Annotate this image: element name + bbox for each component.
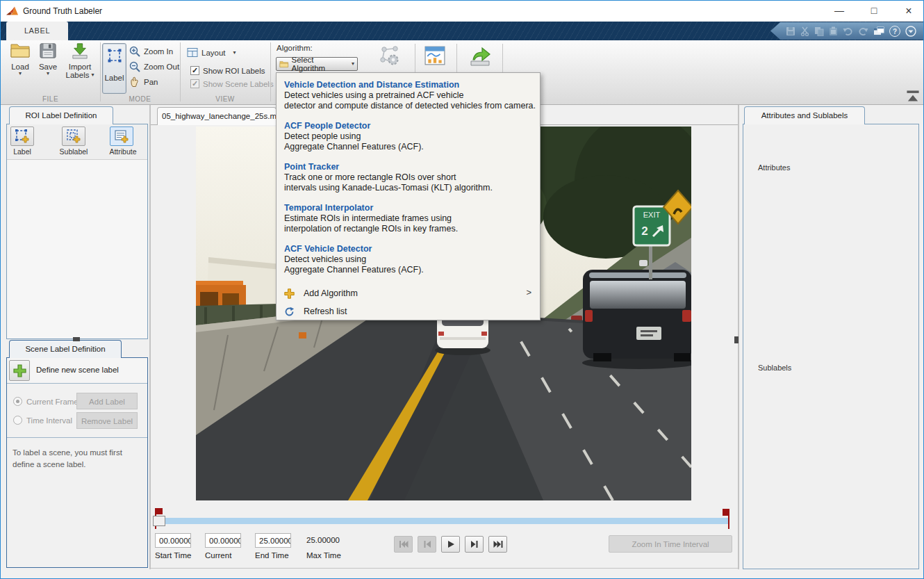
scene-panel-divider bbox=[7, 437, 147, 438]
timeline-scrubber-thumb[interactable] bbox=[153, 516, 165, 526]
define-scene-label-button[interactable] bbox=[9, 360, 30, 381]
roi-attribute-button-label: Attribute bbox=[105, 147, 141, 156]
import-label-line2: Labels bbox=[66, 71, 90, 79]
layout-caret-icon: ▾ bbox=[233, 50, 236, 56]
qa-redo-icon[interactable] bbox=[858, 26, 868, 36]
qa-paste-icon[interactable] bbox=[829, 26, 838, 36]
select-algorithm-caret-icon: ▾ bbox=[352, 61, 354, 67]
start-flag-icon[interactable] bbox=[156, 508, 163, 514]
qa-more-menu-icon[interactable] bbox=[905, 26, 916, 37]
checkbox-checked-disabled-icon: ✓ bbox=[190, 79, 199, 88]
zoom-in-label: Zoom In bbox=[144, 47, 173, 56]
tab-video-file[interactable]: 05_highway_lanechange_25s.m bbox=[157, 107, 277, 125]
add-sublabel-definition-button[interactable] bbox=[62, 127, 85, 146]
tab-roi-label-definition[interactable]: ROI Label Definition bbox=[9, 106, 113, 124]
quick-access-toolbar: ? bbox=[770, 22, 924, 40]
menu-item-temporal-interpolator[interactable]: Temporal Interpolator Estimate ROIs in i… bbox=[284, 202, 540, 234]
save-button[interactable]: Save ▾ bbox=[35, 42, 60, 76]
menu-item-title: ACF People Detector bbox=[284, 120, 540, 131]
previous-frame-button bbox=[418, 536, 436, 553]
roi-sublabel-button-label: Sublabel bbox=[57, 147, 90, 156]
roi-label-mode-icon bbox=[108, 49, 122, 63]
right-splitter-handle[interactable] bbox=[734, 336, 739, 343]
zoom-in-button[interactable]: Zoom In bbox=[129, 46, 173, 57]
tab-attributes-and-sublabels[interactable]: Attributes and Sublabels bbox=[744, 106, 865, 124]
add-label-button: Add Label bbox=[76, 393, 138, 409]
left-splitter[interactable] bbox=[149, 105, 151, 569]
step-back-icon bbox=[422, 540, 432, 548]
show-roi-labels-checkbox[interactable]: ✓ Show ROI Labels bbox=[190, 66, 265, 75]
current-time-input[interactable] bbox=[205, 533, 241, 548]
import-icon bbox=[70, 42, 90, 59]
menu-item-desc: Aggregate Channel Features (ACF). bbox=[284, 142, 540, 152]
automate-algorithm-icon bbox=[377, 44, 401, 67]
zoom-in-icon bbox=[129, 46, 140, 57]
menu-item-point-tracker[interactable]: Point Tracker Track one or more rectangl… bbox=[284, 161, 540, 193]
select-algorithm-menu: Vehicle Detection and Distance Estimatio… bbox=[276, 72, 541, 320]
menu-item-refresh-list[interactable]: Refresh list bbox=[284, 302, 540, 320]
skip-to-end-icon bbox=[493, 540, 503, 548]
next-frame-button[interactable] bbox=[465, 536, 484, 553]
roi-label-definition-panel: Label Sublabel Attribute bbox=[6, 124, 148, 339]
load-button[interactable]: Load ▾ bbox=[6, 42, 34, 76]
play-button[interactable] bbox=[441, 536, 460, 553]
timeline-track[interactable] bbox=[165, 518, 729, 524]
last-frame-button[interactable] bbox=[488, 536, 507, 553]
current-frame-radio bbox=[13, 397, 22, 406]
qa-help-icon[interactable]: ? bbox=[889, 26, 900, 37]
folder-icon bbox=[10, 42, 31, 59]
step-forward-icon bbox=[470, 540, 479, 548]
qa-window-layout-icon[interactable] bbox=[873, 26, 884, 36]
end-time-label: End Time bbox=[255, 551, 289, 560]
tab-scene-label-definition[interactable]: Scene Label Definition bbox=[9, 340, 122, 358]
qa-cut-icon[interactable] bbox=[800, 26, 809, 36]
add-label-definition-button[interactable] bbox=[10, 127, 34, 146]
left-splitter-handle[interactable] bbox=[73, 337, 80, 341]
timeline-bottom-line bbox=[151, 568, 738, 569]
start-time-input[interactable] bbox=[155, 533, 191, 548]
menu-item-vehicle-detection[interactable]: Vehicle Detection and Distance Estimatio… bbox=[284, 79, 540, 111]
layout-button[interactable]: Layout ▾ bbox=[187, 47, 236, 58]
exit-sign-word: EXIT bbox=[643, 211, 661, 219]
select-algorithm-dropdown[interactable]: Select Algorithm ▾ bbox=[276, 57, 358, 71]
add-attribute-definition-button[interactable] bbox=[110, 127, 133, 146]
sublabels-groupbox-legend: Sublabels bbox=[755, 364, 794, 372]
add-attribute-icon bbox=[114, 129, 129, 144]
view-label-summary-icon[interactable] bbox=[424, 46, 445, 65]
pan-hand-icon bbox=[129, 76, 140, 88]
zoom-out-button[interactable]: Zoom Out bbox=[129, 61, 179, 72]
minimize-ribbon-icon[interactable] bbox=[904, 90, 922, 104]
import-labels-button[interactable]: Import Labels ▾ bbox=[62, 42, 98, 79]
menu-item-desc: Estimate ROIs in intermediate frames usi… bbox=[284, 213, 540, 224]
menu-item-acf-people-detector[interactable]: ACF People Detector Detect people using … bbox=[284, 120, 540, 152]
algorithm-caption: Algorithm: bbox=[277, 44, 313, 52]
pan-button[interactable]: Pan bbox=[129, 76, 158, 88]
zoom-out-icon bbox=[129, 61, 140, 72]
skip-to-start-icon bbox=[399, 540, 409, 548]
menu-item-acf-vehicle-detector[interactable]: ACF Vehicle Detector Detect vehicles usi… bbox=[284, 243, 540, 275]
save-icon bbox=[38, 42, 58, 59]
end-flag-icon[interactable] bbox=[723, 509, 729, 516]
menu-item-add-algorithm[interactable]: Add Algorithm > bbox=[284, 284, 540, 302]
export-labels-icon[interactable] bbox=[468, 44, 493, 67]
matlab-logo-icon bbox=[6, 6, 19, 17]
menu-item-desc: detector and compute distance of detecte… bbox=[284, 101, 540, 111]
menu-item-desc: interpolation of rectangle ROIs in key f… bbox=[284, 224, 540, 234]
exit-sign-number: 2 bbox=[641, 225, 647, 238]
menu-item-desc: Aggregate Channel Features (ACF). bbox=[284, 265, 540, 275]
roi-label-button-label: Label bbox=[6, 147, 39, 156]
qa-undo-icon[interactable] bbox=[843, 26, 853, 36]
refresh-icon bbox=[284, 307, 295, 317]
qa-copy-icon[interactable] bbox=[814, 26, 824, 36]
maximize-button[interactable]: □ bbox=[858, 1, 890, 21]
qa-save-icon[interactable] bbox=[786, 26, 795, 36]
menu-item-desc: intervals using Kanade-Lucas-Tomasi (KLT… bbox=[284, 183, 540, 193]
end-time-input[interactable] bbox=[255, 533, 291, 548]
pan-label: Pan bbox=[144, 78, 158, 86]
minimize-button[interactable]: — bbox=[823, 1, 855, 21]
max-time-label: Max Time bbox=[306, 551, 341, 560]
tab-label[interactable]: LABEL bbox=[6, 22, 68, 40]
label-mode-button[interactable]: Label bbox=[102, 43, 126, 94]
import-caret-icon: ▾ bbox=[91, 72, 94, 78]
close-button[interactable]: × bbox=[893, 1, 924, 21]
